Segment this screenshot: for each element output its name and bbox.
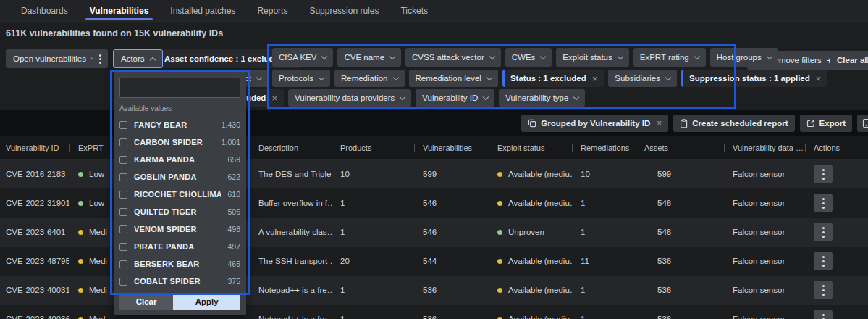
cve-link[interactable]: CVE-2022-31901 [6, 199, 69, 207]
actor-option[interactable]: FANCY BEAR 1,430 [119, 116, 240, 133]
actor-count: 659 [227, 155, 240, 164]
filter-chip[interactable]: Status : 1 excluded × [502, 70, 604, 87]
actor-option[interactable]: VENOM SPIDER 498 [119, 220, 240, 238]
cve-link[interactable]: CVE-2023-40036 [6, 315, 69, 319]
actors-filter-label: Actors [121, 54, 145, 63]
close-icon[interactable]: × [657, 118, 662, 128]
checkbox[interactable] [119, 225, 127, 233]
actor-option[interactable]: RICOCHET CHOLLIMA 610 [119, 186, 240, 203]
column-header[interactable]: Vulnerability data … [724, 144, 805, 152]
filter-chip[interactable]: Remediation × [334, 70, 405, 87]
checkbox[interactable] [119, 260, 127, 268]
nav-tab[interactable]: Tickets [389, 0, 439, 21]
nav-tab[interactable]: Installed patches [159, 0, 246, 21]
close-icon[interactable]: × [816, 74, 822, 83]
actor-name: RICOCHET CHOLLIMA [134, 190, 221, 199]
filter-chip[interactable]: Vulnerability type × [499, 89, 585, 107]
checkbox[interactable] [119, 243, 127, 251]
checkbox[interactable] [119, 208, 127, 216]
filter-chip[interactable]: Exploit status × [556, 48, 628, 67]
column-header[interactable]: Assets [636, 144, 724, 152]
cve-link[interactable]: CVE-2023-48795 [6, 257, 69, 265]
products-cell: 20 [332, 257, 414, 265]
filter-chip[interactable]: CVSS attack vector × [405, 48, 501, 67]
row-actions-button[interactable] [814, 194, 833, 212]
row-actions-button[interactable] [814, 310, 833, 319]
description-cell: A vulnerability clas… [250, 228, 332, 236]
row-actions-button[interactable] [814, 223, 833, 241]
chevron-down-icon [483, 94, 489, 99]
filter-chip[interactable]: CVE name × [337, 48, 401, 67]
chevron-down-icon [618, 53, 623, 59]
filter-chip[interactable]: CISA KEV × [272, 48, 333, 67]
column-header[interactable]: Remediations [572, 144, 636, 152]
nav-tab-label: Vulnerabilities [90, 6, 149, 16]
clear-all-button[interactable]: Clear all [830, 51, 868, 70]
checkbox[interactable] [119, 156, 127, 164]
actors-filter-chip[interactable]: Actors [113, 49, 163, 68]
create-scheduled-report-button[interactable]: Create scheduled report [673, 115, 794, 132]
description-cell: Notepad++ is a fre… [250, 286, 332, 294]
row-actions-button[interactable] [814, 281, 833, 299]
exploit-status-value: Available (mediu… [508, 257, 572, 265]
actor-option[interactable]: CARBON SPIDER 1,001 [119, 133, 240, 151]
checkbox[interactable] [119, 121, 127, 129]
nav-tab[interactable]: Dashboards [10, 0, 79, 21]
nav-tab[interactable]: Suppression rules [298, 0, 389, 21]
nav-tab[interactable]: Reports [246, 0, 298, 21]
filter-chip[interactable]: Protocols × [272, 70, 330, 87]
export-button[interactable]: Export [800, 115, 852, 132]
products-cell: 10 [332, 170, 414, 178]
cve-link[interactable]: CVE-2023-6401 [6, 228, 65, 236]
filter-chip[interactable]: Vulnerability ID × [416, 89, 494, 107]
table-settings-button[interactable] [857, 115, 868, 132]
exprt-rating-dot [78, 317, 83, 319]
actor-name: CARBON SPIDER [134, 138, 215, 146]
apply-button[interactable]: Apply [173, 294, 240, 310]
filter-kebab-button[interactable] [93, 49, 108, 68]
scope-select[interactable]: Open vulnerabilities [6, 49, 104, 68]
filter-chip[interactable]: Remediation level × [409, 70, 498, 87]
filter-chip[interactable]: Vulnerability data providers × [288, 89, 411, 107]
row-actions-button[interactable] [814, 252, 833, 270]
chevron-down-icon [319, 74, 324, 80]
filter-chip[interactable]: ExPRT rating × [633, 48, 706, 67]
close-icon[interactable]: × [271, 94, 277, 103]
column-header[interactable]: Vulnerability ID [0, 144, 69, 152]
remediations-cell: 10 [572, 170, 636, 178]
filter-chip-label: CWEs [512, 53, 536, 62]
filter-chip-label: Vulnerability type [505, 94, 568, 102]
actor-option[interactable]: BERSERK BEAR 465 [119, 255, 240, 273]
actor-option[interactable]: GOBLIN PANDA 622 [119, 168, 240, 186]
column-header[interactable]: Exploit status [489, 144, 572, 152]
nav-tab[interactable]: Vulnerabilities [79, 0, 160, 21]
column-header[interactable]: Products [332, 144, 414, 152]
nav-tab-label: Tickets [400, 6, 428, 16]
export-label: Export [819, 119, 846, 128]
filter-chip[interactable]: Subsidiaries × [608, 70, 677, 87]
actor-option[interactable]: KARMA PANDA 659 [119, 151, 240, 168]
search-input[interactable] [119, 78, 240, 98]
filter-chip[interactable]: Host groups × [710, 48, 778, 67]
cve-link[interactable]: CVE-2023-40031 [6, 286, 69, 294]
checkbox[interactable] [119, 191, 127, 199]
filter-chip[interactable]: Suppression status : 1 applied × [681, 70, 827, 87]
actor-option[interactable]: COBALT SPIDER 375 [119, 273, 240, 290]
column-header[interactable]: Description [250, 144, 332, 152]
column-header[interactable]: Actions [805, 144, 868, 152]
exprt-rating-dot [78, 230, 83, 235]
actor-option[interactable]: QUILTED TIGER 506 [119, 203, 240, 220]
column-header[interactable]: Vulnerabilities [414, 144, 489, 152]
filter-chip-label: Vulnerability ID [422, 94, 478, 102]
cve-link[interactable]: CVE-2016-2183 [6, 170, 65, 178]
row-actions-button[interactable] [814, 165, 833, 183]
actor-count: 622 [227, 173, 240, 181]
grouped-by-chip[interactable]: Grouped by Vulnerability ID × [521, 115, 668, 132]
checkbox[interactable] [119, 173, 127, 181]
close-icon[interactable]: × [592, 74, 598, 83]
clear-button[interactable]: Clear [119, 294, 173, 310]
checkbox[interactable] [119, 278, 127, 286]
actor-option[interactable]: PIRATE PANDA 497 [119, 238, 240, 255]
checkbox[interactable] [119, 138, 127, 146]
filter-chip[interactable]: CWEs × [505, 48, 552, 67]
